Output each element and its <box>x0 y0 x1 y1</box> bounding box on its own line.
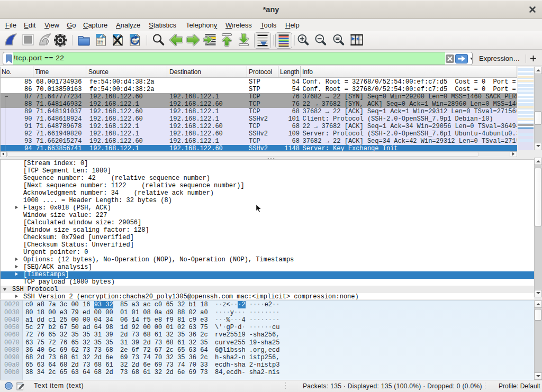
svg-text:0011: 0011 <box>97 42 103 45</box>
